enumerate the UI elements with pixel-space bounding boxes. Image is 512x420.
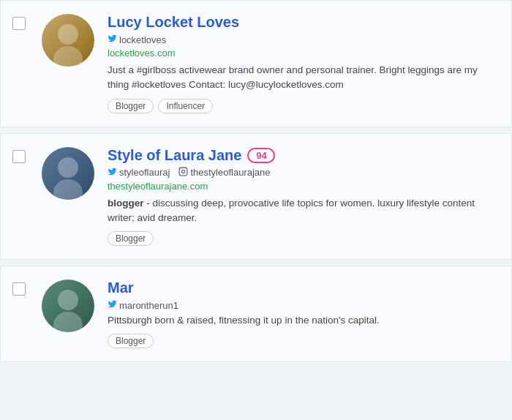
tag: Blogger <box>108 334 154 348</box>
select-profile-checkbox[interactable] <box>12 282 26 296</box>
profile-info: Style of Laura Jane94styleoflaurajthesty… <box>108 147 500 247</box>
twitter-handle: locketloves <box>108 34 166 45</box>
tag: Blogger <box>108 99 154 113</box>
tags: Blogger <box>108 334 500 348</box>
avatar <box>42 14 94 67</box>
tag: Blogger <box>108 231 154 246</box>
instagram-handle-text: thestyleoflaurajane <box>190 167 270 178</box>
select-profile-checkbox[interactable] <box>12 150 26 163</box>
website-link[interactable]: locketloves.com <box>108 48 500 59</box>
profile-card: Lucy Locket Loveslocketloveslocketloves.… <box>0 0 512 127</box>
twitter-handle: styleoflauraj <box>108 167 170 179</box>
profile-name: Style of Laura Jane94 <box>108 147 500 164</box>
profile-info: Lucy Locket Loveslocketloveslocketloves.… <box>108 14 500 113</box>
twitter-handle-text: styleoflauraj <box>119 167 170 178</box>
profile-card: Marmarontherun1Pittsburgh born & raised,… <box>0 266 512 362</box>
name-text: Style of Laura Jane <box>108 147 241 164</box>
svg-point-2 <box>58 157 78 178</box>
profile-name: Mar <box>108 280 500 296</box>
bio: Pittsburgh born & raised, fitnessing it … <box>108 313 500 328</box>
twitter-icon <box>108 299 117 311</box>
svg-point-6 <box>58 290 78 310</box>
twitter-handle-text: locketloves <box>119 34 166 45</box>
svg-point-1 <box>53 46 83 67</box>
profile-list: Lucy Locket Loveslocketloveslocketloves.… <box>0 0 512 362</box>
tag: Influencer <box>158 99 213 113</box>
instagram-handle: thestyleoflaurajane <box>178 167 270 179</box>
website-link[interactable]: thestyleoflaurajane.com <box>108 181 500 192</box>
twitter-handle: marontherun1 <box>108 299 178 311</box>
svg-point-7 <box>53 312 83 332</box>
twitter-handle-text: marontherun1 <box>119 300 178 311</box>
svg-rect-4 <box>179 168 187 176</box>
twitter-icon <box>108 34 117 45</box>
avatar <box>42 280 94 332</box>
checkbox-area <box>12 280 33 296</box>
instagram-icon <box>178 167 188 179</box>
profile-name: Lucy Locket Loves <box>108 14 500 31</box>
tags: BloggerInfluencer <box>108 99 500 113</box>
bio: Just a #girlboss activewear brand owner … <box>108 63 500 93</box>
select-profile-checkbox[interactable] <box>12 17 26 30</box>
twitter-icon <box>108 167 117 179</box>
profile-info: Marmarontherun1Pittsburgh born & raised,… <box>108 280 500 348</box>
svg-point-0 <box>58 24 78 45</box>
avatar <box>42 147 94 200</box>
checkbox-area <box>12 14 33 30</box>
checkbox-area <box>12 147 33 163</box>
name-text: Mar <box>108 280 134 296</box>
name-text: Lucy Locket Loves <box>108 14 239 31</box>
svg-point-3 <box>53 179 83 200</box>
score-badge: 94 <box>247 148 275 163</box>
profile-card: Style of Laura Jane94styleoflaurajthesty… <box>0 133 512 260</box>
social-handles: locketloves <box>108 34 500 45</box>
tags: Blogger <box>108 231 500 246</box>
social-handles: styleoflaurajthestyleoflaurajane <box>108 167 500 179</box>
bio-bold: blogger <box>108 198 144 209</box>
bio: blogger - discussing deep, provocative l… <box>108 196 500 226</box>
social-handles: marontherun1 <box>108 299 500 311</box>
